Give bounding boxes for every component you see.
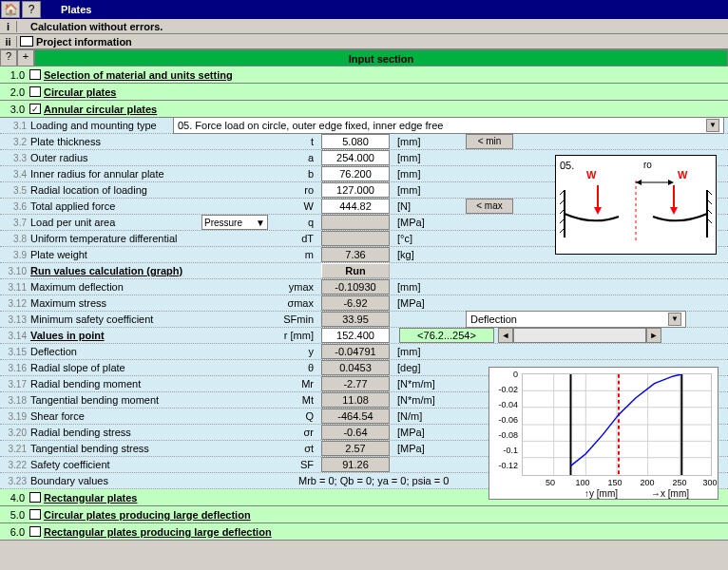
min-safety-value: 33.95 [321, 312, 390, 327]
input-section-header: ? + Input section [0, 49, 728, 66]
section-1[interactable]: 1.0 Selection of material and units sett… [0, 66, 728, 84]
row-run-calculation: 3.10Run values calculation (graph) Run [0, 263, 728, 279]
shear-force-value: -464.54 [321, 408, 390, 424]
row-plate-thickness: 3.2Plate thickness t 5.080 [mm] < min [0, 134, 728, 150]
section-expand-button[interactable]: + [17, 49, 34, 66]
section-5[interactable]: 5.0 Circular plates producing large defl… [0, 506, 728, 523]
loading-diagram: 05. W ro W [555, 155, 717, 255]
deflection-value: -0.04791 [321, 344, 390, 359]
window-title: Plates [61, 4, 91, 15]
max-stress-value: -6.92 [321, 295, 390, 311]
point-scrollbar[interactable]: ◄ ► [498, 328, 661, 343]
deflection-chart: 0 -0.02 -0.04 -0.06 -0.08 -0.1 -0.12 50 … [489, 367, 718, 500]
scroll-right-icon[interactable]: ► [646, 328, 661, 343]
app-icon[interactable]: 🏠 [1, 1, 20, 18]
row-max-deflection: 3.11Maximum deflection ymax -0.10930 [mm… [0, 279, 728, 295]
plate-thickness-input[interactable]: 5.080 [321, 134, 390, 149]
diagram-svg [560, 171, 712, 252]
chevron-down-icon: ▼ [256, 218, 265, 228]
section-4-checkbox[interactable] [29, 492, 41, 503]
section-6[interactable]: 6.0 Rectangular plates producing large d… [0, 523, 728, 541]
min-button[interactable]: < min [466, 134, 513, 149]
chevron-down-icon: ▼ [706, 119, 719, 132]
safety-coef-value: 91.26 [321, 457, 390, 472]
total-force-input[interactable]: 444.82 [321, 199, 390, 214]
svg-marker-17 [668, 180, 674, 185]
section-5-checkbox[interactable] [29, 509, 41, 520]
chart-type-select[interactable]: Deflection▼ [466, 311, 686, 328]
scroll-left-icon[interactable]: ◄ [498, 328, 513, 343]
max-deflection-value: -0.10930 [321, 279, 390, 294]
load-type-select[interactable]: Pressure▼ [201, 215, 268, 230]
section-2-checkbox[interactable] [29, 86, 41, 97]
input-section-title: Input section [34, 49, 728, 66]
chevron-down-icon: ▼ [668, 313, 681, 326]
point-r-input[interactable]: 152.400 [321, 328, 390, 343]
load-per-area-value [321, 215, 390, 230]
chart-svg [523, 374, 711, 475]
section-1-checkbox[interactable] [29, 69, 41, 80]
plate-weight-value: 7.36 [321, 247, 390, 262]
radial-slope-value: 0.0453 [321, 360, 390, 375]
row-loading-type: 3.1 Loading and mounting type 05. Force … [0, 118, 728, 134]
titlebar: 🏠 ? Plates [0, 0, 728, 19]
row-values-in-point: 3.14Values in point r [mm] 152.400 <76.2… [0, 328, 728, 344]
section-2[interactable]: 2.0 Circular plates [0, 84, 728, 101]
outer-radius-input[interactable]: 254.000 [321, 150, 390, 165]
project-info-checkbox[interactable] [20, 36, 33, 47]
status-row-ii: ii Project information [0, 34, 728, 49]
max-button[interactable]: < max [466, 199, 513, 214]
svg-marker-18 [636, 180, 642, 185]
project-info-label: Project information [36, 36, 132, 48]
svg-marker-13 [594, 207, 602, 215]
section-3-checkbox[interactable]: ✓ [29, 104, 41, 114]
range-display: <76.2...254> [399, 328, 494, 343]
row-min-safety: 3.13Minimum safety coefficient SFmin 33.… [0, 312, 728, 328]
svg-marker-15 [670, 207, 678, 215]
help-icon[interactable]: ? [22, 1, 41, 18]
temperature-value [321, 231, 390, 246]
row-max-stress: 3.12Maximum stress σmax -6.92 [MPa] [0, 295, 728, 312]
loading-type-select[interactable]: 05. Force load on circle, outer edge fix… [173, 117, 724, 134]
radial-location-input[interactable]: 127.000 [321, 182, 390, 198]
section-3[interactable]: 3.0 ✓ Annular circular plates [0, 101, 728, 118]
boundary-text: Mrb = 0; Qb = 0; ya = 0; psia = 0 [276, 475, 449, 486]
radial-stress-value: -0.64 [321, 425, 390, 440]
inner-radius-input[interactable]: 76.200 [321, 166, 390, 181]
tangential-moment-value: 11.08 [321, 392, 390, 408]
status-row-i: i Calculation without errors. [0, 19, 728, 34]
radial-moment-value: -2.77 [321, 376, 390, 391]
section-6-checkbox[interactable] [29, 526, 41, 537]
section-help-button[interactable]: ? [0, 49, 17, 66]
row-deflection: 3.15Deflection y -0.04791 [mm] [0, 344, 728, 360]
tangential-stress-value: 2.57 [321, 441, 390, 456]
run-button[interactable]: Run [321, 263, 390, 278]
status-text: Calculation without errors. [30, 21, 163, 32]
